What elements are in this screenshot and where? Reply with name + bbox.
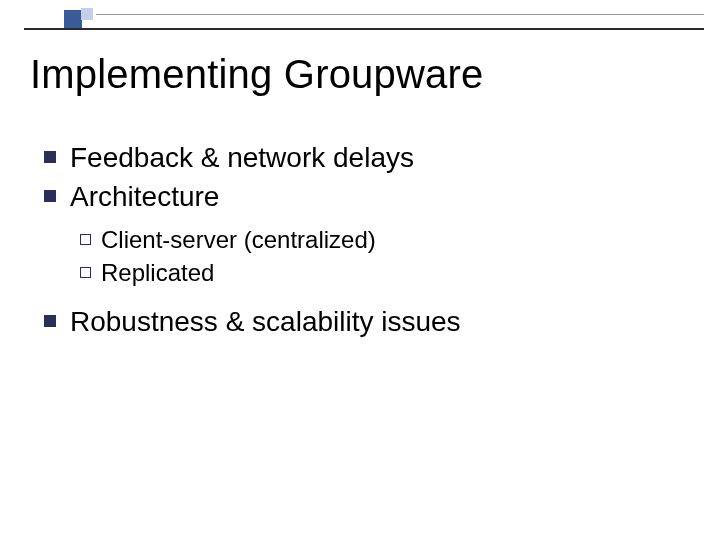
slide-body: Feedback & network delays Architecture C…: [44, 140, 680, 343]
bullet-text: Client-server (centralized): [101, 224, 376, 255]
slide: Implementing Groupware Feedback & networ…: [0, 0, 720, 540]
rule-top: [96, 14, 704, 15]
bullet-level1: Feedback & network delays: [44, 140, 680, 175]
square-bullet-icon: [44, 190, 56, 202]
bullet-level2: Client-server (centralized): [80, 224, 680, 255]
slide-title: Implementing Groupware: [30, 52, 484, 97]
bullet-text: Architecture: [70, 179, 219, 214]
bullet-text: Replicated: [101, 257, 214, 288]
square-bullet-icon: [44, 315, 56, 327]
square-bullet-icon: [44, 151, 56, 163]
bullet-level1: Robustness & scalability issues: [44, 304, 680, 339]
header-decoration: [24, 8, 704, 32]
bullet-level2: Replicated: [80, 257, 680, 288]
bullet-text: Robustness & scalability issues: [70, 304, 461, 339]
bullet-text: Feedback & network delays: [70, 140, 414, 175]
hollow-square-bullet-icon: [80, 234, 91, 245]
hollow-square-bullet-icon: [80, 267, 91, 278]
square-dark-icon: [64, 10, 82, 28]
square-light-icon: [81, 8, 93, 20]
bullet-level1: Architecture: [44, 179, 680, 214]
rule-bottom: [24, 28, 704, 30]
sub-bullet-group: Client-server (centralized) Replicated: [80, 224, 680, 288]
